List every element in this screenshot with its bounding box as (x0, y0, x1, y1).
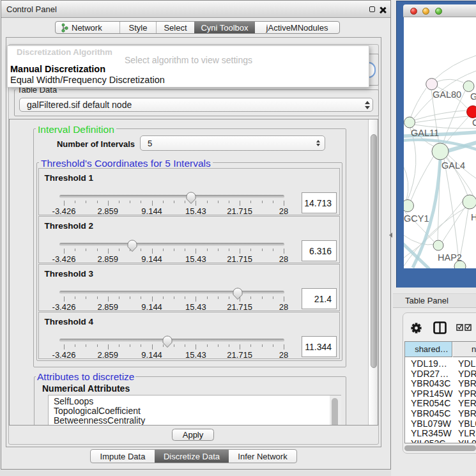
svg-text:GAL80: GAL80 (433, 89, 461, 100)
svg-text:H: H (471, 212, 476, 222)
svg-text:GAL4: GAL4 (441, 160, 465, 171)
svg-text:HAP2: HAP2 (438, 252, 462, 263)
svg-text:GAL11: GAL11 (411, 128, 439, 138)
svg-text:C: C (472, 118, 476, 128)
svg-text:GCY1: GCY1 (404, 213, 429, 224)
svg-text:G: G (470, 91, 476, 102)
